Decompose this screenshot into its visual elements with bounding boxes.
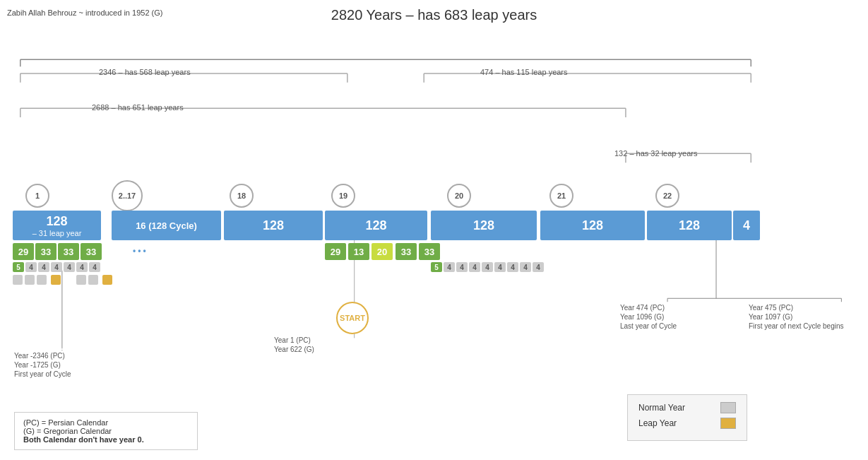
- legend-item-normal: Normal Year: [638, 402, 736, 413]
- circle-18: 18: [230, 184, 254, 208]
- diagram-area: 2346 – has 568 leap years 474 – has 115 …: [7, 28, 861, 453]
- year-label-last-cycle: Last year of Cycle: [620, 322, 677, 330]
- circle-21: 21: [549, 184, 573, 208]
- mini-rect-gray-2: [25, 275, 35, 285]
- blue-block-2-17: 16 (128 Cycle): [112, 211, 221, 240]
- bracket-label-2346: 2346 – has 568 leap years: [99, 68, 191, 76]
- num-4-6: 4: [89, 262, 100, 272]
- year-label-1097-g: Year 1097 (G): [749, 313, 792, 321]
- legend-label-normal: Normal Year: [638, 403, 713, 413]
- circle-2-17: 2..17: [112, 180, 143, 211]
- info-pc: (PC) = Persian Calendar: [23, 418, 189, 427]
- green-33-1: 33: [35, 243, 57, 260]
- start-circle: START: [336, 302, 369, 334]
- num-4-10: 4: [482, 262, 493, 272]
- green-33-4: 33: [396, 243, 417, 260]
- num-4-4: 4: [64, 262, 75, 272]
- info-g: (G) = Gregorian Calendar: [23, 427, 189, 435]
- legend-label-leap: Leap Year: [638, 418, 713, 428]
- green-33-3: 33: [81, 243, 102, 260]
- circle-22: 22: [655, 184, 679, 208]
- num-4-11: 4: [494, 262, 506, 272]
- blue-block-21: 128: [540, 211, 645, 240]
- mini-rect-orange-2: [102, 275, 112, 285]
- year-label-1-pc: Year 1 (PC): [274, 336, 311, 344]
- mini-rect-gray-3: [37, 275, 47, 285]
- blue-block-4: 4: [733, 211, 760, 240]
- year-label-1096-g: Year 1096 (G): [620, 313, 664, 321]
- blue-block-20: 128: [431, 211, 537, 240]
- bracket-lines: [7, 28, 861, 453]
- green-33-5: 33: [419, 243, 440, 260]
- green-29-2: 29: [325, 243, 346, 260]
- year-label-2346-pc: Year -2346 (PC): [14, 352, 65, 360]
- num-4-1: 4: [25, 262, 37, 272]
- num-4-7: 4: [444, 262, 455, 272]
- legend-item-leap: Leap Year: [638, 418, 736, 429]
- legend-swatch-normal: [720, 402, 736, 413]
- year-label-475-pc: Year 475 (PC): [749, 304, 793, 312]
- num-4-14: 4: [533, 262, 544, 272]
- num-4-12: 4: [507, 262, 518, 272]
- year-label-622-g: Year 622 (G): [274, 346, 314, 353]
- dots-indicator: •••: [133, 246, 148, 256]
- info-year0: Both Calendar don't have year 0.: [23, 435, 189, 444]
- year-label-1725-g: Year -1725 (G): [14, 361, 61, 369]
- num-4-13: 4: [520, 262, 531, 272]
- blue-block-18: 128: [224, 211, 323, 240]
- bracket-label-132: 132 – has 32 leap years: [614, 149, 697, 158]
- num-4-8: 4: [456, 262, 468, 272]
- subtitle: Zabih Allah Behrouz ~ introduced in 1952…: [7, 8, 162, 17]
- page-container: 2820 Years – has 683 leap years Zabih Al…: [0, 0, 868, 27]
- info-box: (PC) = Persian Calendar (G) = Gregorian …: [14, 412, 198, 450]
- mini-rect-orange-1: [51, 275, 61, 285]
- green-20: 20: [371, 243, 393, 260]
- year-label-next-cycle: First year of next Cycle begins: [749, 322, 844, 330]
- bracket-label-2688: 2688 – has 651 leap years: [92, 103, 184, 112]
- circle-19: 19: [331, 184, 355, 208]
- bracket-label-474: 474 – has 115 leap years: [480, 68, 568, 76]
- blue-block-22: 128: [647, 211, 732, 240]
- mini-rect-gray-4: [76, 275, 86, 285]
- circle-20: 20: [447, 184, 471, 208]
- num-4-9: 4: [469, 262, 480, 272]
- num-5-1: 5: [13, 262, 24, 272]
- blue-block-19: 128: [325, 211, 427, 240]
- blue-block-1: 128 – 31 leap year: [13, 211, 101, 240]
- year-label-first-cycle-1: First year of Cycle: [14, 370, 71, 378]
- num-5-2: 5: [431, 262, 442, 272]
- legend-swatch-leap: [720, 418, 736, 429]
- green-13: 13: [348, 243, 369, 260]
- num-4-2: 4: [38, 262, 49, 272]
- year-label-474-pc: Year 474 (PC): [620, 304, 665, 312]
- legend-box: Normal Year Leap Year: [627, 394, 747, 441]
- num-4-3: 4: [51, 262, 62, 272]
- green-29-1: 29: [13, 243, 34, 260]
- green-33-2: 33: [58, 243, 79, 260]
- num-4-5: 4: [76, 262, 88, 272]
- mini-rect-gray-5: [88, 275, 98, 285]
- circle-1: 1: [25, 184, 49, 208]
- mini-rect-gray-1: [13, 275, 23, 285]
